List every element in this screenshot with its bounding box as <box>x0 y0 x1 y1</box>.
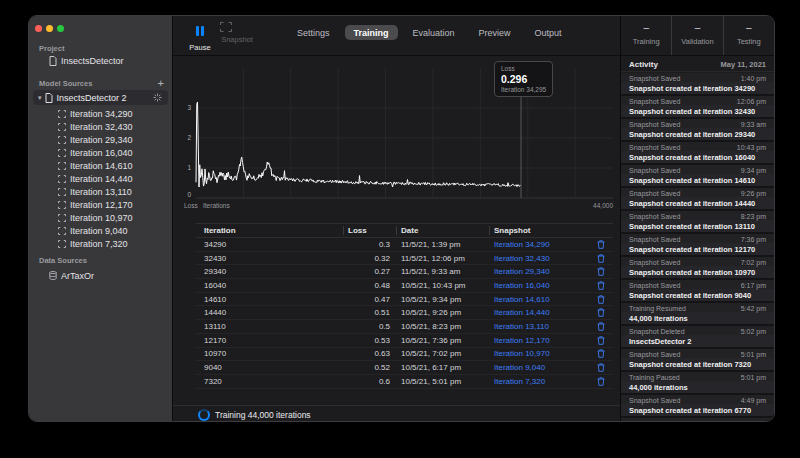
trash-icon[interactable] <box>597 363 605 372</box>
trash-icon[interactable] <box>597 322 605 331</box>
sidebar-item-data-source[interactable]: ArTaxOr <box>29 269 172 282</box>
sidebar-item-project[interactable]: InsectsDetector <box>29 54 172 67</box>
metric-training[interactable]: –Training <box>621 16 671 55</box>
activity-entry[interactable]: Snapshot Saved6:17 pmSnapshot created at… <box>621 280 774 301</box>
zoom-button[interactable] <box>57 25 64 32</box>
table-row[interactable]: 146100.4710/5/21, 9:34 pmIteration 14,61… <box>196 293 613 307</box>
activity-entry[interactable]: Snapshot Saved5:01 pmSnapshot created at… <box>621 349 774 370</box>
trash-icon[interactable] <box>597 267 605 276</box>
pause-button[interactable]: Pause <box>183 22 217 52</box>
tab-evaluation[interactable]: Evaluation <box>404 25 464 40</box>
iteration-label: Iteration 12,170 <box>70 200 133 210</box>
activity-entry[interactable]: Snapshot Saved9:26 pmSnapshot created at… <box>621 188 774 209</box>
table-row[interactable]: 342900.311/5/21, 1:39 pmIteration 34,290 <box>196 238 613 252</box>
table-row[interactable]: 121700.5310/5/21, 7:36 pmIteration 12,17… <box>196 334 613 348</box>
activity-entry[interactable]: Snapshot Deleted5:02 pmInsectsDetector 2 <box>621 326 774 347</box>
sidebar-item-iteration[interactable]: Iteration 32,430 <box>29 120 172 133</box>
snapshot-link[interactable]: Iteration 9,040 <box>494 363 545 372</box>
metric-testing[interactable]: –Testing <box>723 16 774 55</box>
table-row[interactable]: 131100.510/5/21, 8:23 pmIteration 13,110 <box>196 320 613 334</box>
sidebar-item-iteration[interactable]: Iteration 9,040 <box>29 224 172 237</box>
tab-preview[interactable]: Preview <box>470 25 520 40</box>
sidebar-item-iteration[interactable]: Iteration 29,340 <box>29 133 172 146</box>
cell-date: 10/5/21, 8:23 pm <box>396 322 489 331</box>
sidebar-item-model[interactable]: ▾ InsectsDetector 2 <box>33 90 168 105</box>
chart-legend-iterations[interactable]: Iterations <box>203 202 230 209</box>
activity-entry[interactable]: Snapshot Saved12:06 pmSnapshot created a… <box>621 96 774 117</box>
training-spinner-icon <box>153 93 162 102</box>
snapshot-link[interactable]: Iteration 14,440 <box>494 308 550 317</box>
table-row[interactable]: 144400.5110/5/21, 9:26 pmIteration 14,44… <box>196 306 613 320</box>
activity-entry[interactable]: Snapshot Saved10:43 pmSnapshot created a… <box>621 142 774 163</box>
table-row[interactable]: 109700.6310/5/21, 7:02 pmIteration 10,97… <box>196 348 613 362</box>
table-row[interactable]: 293400.2711/5/21, 9:33 amIteration 29,34… <box>196 265 613 279</box>
tooltip-value: 0.296 <box>501 73 546 85</box>
trash-icon[interactable] <box>597 308 605 317</box>
snapshot-link[interactable]: Iteration 16,040 <box>494 281 550 290</box>
sidebar-item-iteration[interactable]: Iteration 16,040 <box>29 146 172 159</box>
tab-output[interactable]: Output <box>526 25 571 40</box>
minimize-button[interactable] <box>46 25 53 32</box>
table-row[interactable]: 90400.5210/5/21, 6:17 pmIteration 9,040 <box>196 361 613 375</box>
sidebar-item-iteration[interactable]: Iteration 14,440 <box>29 172 172 185</box>
snapshot-link[interactable]: Iteration 34,290 <box>494 240 550 249</box>
activity-entry[interactable]: Snapshot Saved <box>621 418 774 421</box>
activity-entry-desc: 44,000 iterations <box>621 312 774 323</box>
trash-icon[interactable] <box>597 349 605 358</box>
iteration-label: Iteration 34,290 <box>70 109 133 119</box>
activity-entry-title: Snapshot Saved <box>629 351 680 358</box>
trash-icon[interactable] <box>597 254 605 263</box>
activity-entry[interactable]: Training Resumed5:42 pm44,000 iterations <box>621 303 774 324</box>
cell-iteration: 12170 <box>196 336 343 345</box>
snapshot-link[interactable]: Iteration 32,430 <box>494 254 550 263</box>
add-model-source-button[interactable]: + <box>158 77 164 89</box>
trash-icon[interactable] <box>597 240 605 249</box>
metric-label: Testing <box>724 37 774 46</box>
snapshot-link[interactable]: Iteration 13,110 <box>494 322 549 331</box>
tab-training[interactable]: Training <box>345 25 398 40</box>
activity-list[interactable]: Snapshot Saved1:40 pmSnapshot created at… <box>621 73 774 421</box>
activity-entry-time: 1:40 pm <box>741 75 766 82</box>
cell-date: 10/5/21, 6:17 pm <box>396 363 489 372</box>
chevron-down-icon[interactable]: ▾ <box>38 94 42 102</box>
metric-validation[interactable]: –Validation <box>671 16 722 55</box>
col-iteration[interactable]: Iteration <box>196 226 343 235</box>
activity-entry[interactable]: Snapshot Saved7:02 pmSnapshot created at… <box>621 257 774 278</box>
tooltip-iteration: Iteration 34,295 <box>501 86 546 93</box>
snapshot-link[interactable]: Iteration 12,170 <box>494 336 550 345</box>
sidebar-item-iteration[interactable]: Iteration 13,110 <box>29 185 172 198</box>
col-loss[interactable]: Loss <box>343 226 396 235</box>
sidebar-item-iteration[interactable]: Iteration 12,170 <box>29 198 172 211</box>
snapshot-link[interactable]: Iteration 7,320 <box>494 377 545 386</box>
trash-icon[interactable] <box>597 295 605 304</box>
col-date[interactable]: Date <box>396 226 489 235</box>
snapshot-icon <box>58 227 66 235</box>
sidebar-item-iteration[interactable]: Iteration 14,610 <box>29 159 172 172</box>
trash-icon[interactable] <box>597 377 605 386</box>
sidebar-item-iteration[interactable]: Iteration 10,970 <box>29 211 172 224</box>
activity-entry[interactable]: Snapshot Saved4:49 pmSnapshot created at… <box>621 395 774 416</box>
cell-loss: 0.53 <box>343 336 396 345</box>
trash-icon[interactable] <box>597 336 605 345</box>
table-row[interactable]: 73200.610/5/21, 5:01 pmIteration 7,320 <box>196 375 613 389</box>
col-snapshot[interactable]: Snapshot <box>489 226 613 235</box>
table-row[interactable]: 324300.3211/5/21, 12:06 pmIteration 32,4… <box>196 252 613 266</box>
cell-iteration: 16040 <box>196 281 343 290</box>
snapshot-link[interactable]: Iteration 29,340 <box>494 267 550 276</box>
activity-entry[interactable]: Snapshot Saved9:33 amSnapshot created at… <box>621 119 774 140</box>
activity-entry[interactable]: Snapshot Saved1:40 pmSnapshot created at… <box>621 73 774 94</box>
activity-entry[interactable]: Snapshot Saved7:36 pmSnapshot created at… <box>621 234 774 255</box>
sidebar-item-iteration[interactable]: Iteration 34,290 <box>29 107 172 120</box>
sidebar-item-iteration[interactable]: Iteration 7,320 <box>29 237 172 250</box>
chart-legend-loss[interactable]: Loss <box>184 202 198 209</box>
activity-entry[interactable]: Snapshot Saved8:23 pmSnapshot created at… <box>621 211 774 232</box>
loss-chart[interactable] <box>173 56 622 216</box>
tab-settings[interactable]: Settings <box>288 25 339 40</box>
activity-entry[interactable]: Training Paused5:01 pm44,000 iterations <box>621 372 774 393</box>
trash-icon[interactable] <box>597 281 605 290</box>
close-button[interactable] <box>35 25 42 32</box>
activity-entry[interactable]: Snapshot Saved9:34 pmSnapshot created at… <box>621 165 774 186</box>
snapshot-link[interactable]: Iteration 14,610 <box>494 295 550 304</box>
table-row[interactable]: 160400.4810/5/21, 10:43 pmIteration 16,0… <box>196 279 613 293</box>
snapshot-link[interactable]: Iteration 10,970 <box>494 349 550 358</box>
